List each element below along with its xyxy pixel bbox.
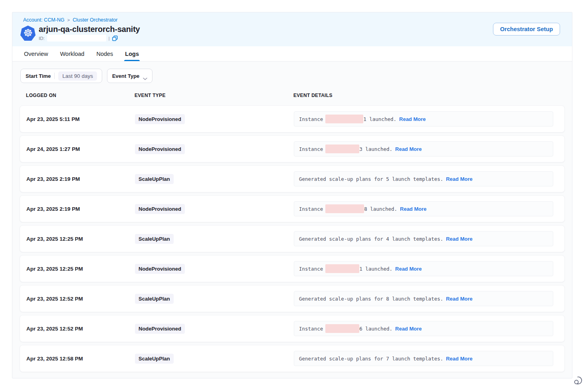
title-row: ☸ arjun-qa-clusterorch-sanity ID: | xyxy=(20,25,561,42)
read-more-link[interactable]: Read More xyxy=(395,326,422,332)
log-table-row: Apr 23, 2025 12:58 PM ScaleUpPlan Genera… xyxy=(20,345,565,372)
read-more-link[interactable]: Read More xyxy=(446,296,472,302)
log-table-row: Apr 23, 2025 12:25 PM NodeProvisioned In… xyxy=(20,255,565,282)
redaction-block xyxy=(325,204,364,213)
event-type-label: Event Type xyxy=(112,73,139,79)
event-detail-box: Instance 3 launched. Read More xyxy=(294,141,553,156)
event-detail-text: Generated scale-up plans for 5 launch te… xyxy=(299,176,443,182)
log-table-row: Apr 23, 2025 12:52 PM NodeProvisioned In… xyxy=(20,315,565,342)
event-detail-box: Generated scale-up plans for 4 launch te… xyxy=(294,231,553,246)
log-table-row: Apr 23, 2025 12:25 PM ScaleUpPlan Genera… xyxy=(20,225,565,252)
redaction-block xyxy=(325,324,359,333)
row-logged-on: Apr 23, 2025 5:11 PM xyxy=(26,116,80,122)
event-detail-text: Instance xyxy=(299,266,323,272)
event-detail-text: Instance xyxy=(299,146,323,152)
event-type-badge: ScaleUpPlan xyxy=(135,234,174,244)
breadcrumb-account-link[interactable]: Account: CCM-NG xyxy=(23,17,65,23)
read-more-link[interactable]: Read More xyxy=(400,206,426,212)
event-type-badge: ScaleUpPlan xyxy=(135,174,174,184)
redaction-block xyxy=(325,115,363,123)
log-table-row: Apr 23, 2025 5:11 PM NodeProvisioned Ins… xyxy=(20,105,565,133)
logs-content: Start Time Last 90 days Event Type LOGGE… xyxy=(12,61,572,372)
tabs: OverviewWorkloadNodesLogs xyxy=(12,46,572,61)
event-detail-text: Instance xyxy=(299,326,323,332)
log-table-body: Apr 23, 2025 5:11 PM NodeProvisioned Ins… xyxy=(20,105,565,372)
event-type-badge: ScaleUpPlan xyxy=(135,294,174,304)
read-more-link[interactable]: Read More xyxy=(446,356,472,362)
row-logged-on: Apr 23, 2025 12:52 PM xyxy=(26,326,83,332)
event-detail-suffix: 1 launched. xyxy=(359,266,392,272)
chat-bubble-icon[interactable] xyxy=(573,375,584,386)
event-detail-box: Generated scale-up plans for 5 launch te… xyxy=(294,171,553,186)
tab-workload[interactable]: Workload xyxy=(59,46,85,61)
event-detail-text: Instance xyxy=(299,116,323,122)
column-header-logged-on: LOGGED ON xyxy=(26,93,135,100)
event-type-badge: NodeProvisioned xyxy=(135,114,185,124)
event-detail-suffix: 6 launched. xyxy=(359,326,392,332)
read-more-link[interactable]: Read More xyxy=(395,146,422,152)
id-redacted-value xyxy=(47,35,106,42)
log-table-row: Apr 23, 2025 2:19 PM NodeProvisioned Ins… xyxy=(20,195,565,222)
start-time-label: Start Time xyxy=(26,73,51,79)
row-logged-on: Apr 24, 2025 1:27 PM xyxy=(26,146,80,152)
row-logged-on: Apr 23, 2025 12:25 PM xyxy=(26,236,83,242)
row-logged-on: Apr 23, 2025 12:52 PM xyxy=(26,296,83,302)
tab-logs[interactable]: Logs xyxy=(124,46,140,61)
redaction-block xyxy=(325,145,359,153)
cluster-orchestrator-panel: Account: CCM-NG > Cluster Orchestrator ☸… xyxy=(12,12,572,378)
page-title: arjun-qa-clusterorch-sanity xyxy=(39,25,140,34)
read-more-link[interactable]: Read More xyxy=(399,116,426,122)
start-time-value: Last 90 days xyxy=(58,71,97,81)
orchestrator-setup-button[interactable]: Orchestrator Setup xyxy=(493,23,560,36)
start-time-filter[interactable]: Start Time Last 90 days xyxy=(20,69,102,83)
id-separator: | xyxy=(109,36,110,41)
breadcrumb-section-link[interactable]: Cluster Orchestrator xyxy=(73,17,118,23)
event-detail-box: Instance 6 launched. Read More xyxy=(294,321,553,336)
event-detail-box: Instance 1 launched. Read More xyxy=(294,111,553,127)
chevron-down-icon xyxy=(143,75,147,77)
event-detail-box: Instance 1 launched. Read More xyxy=(294,261,553,276)
read-more-link[interactable]: Read More xyxy=(446,236,472,242)
log-table-row: Apr 23, 2025 2:19 PM ScaleUpPlan Generat… xyxy=(20,165,565,192)
row-logged-on: Apr 23, 2025 2:19 PM xyxy=(26,176,80,182)
log-table-row: Apr 24, 2025 1:27 PM NodeProvisioned Ins… xyxy=(20,135,565,162)
row-logged-on: Apr 23, 2025 12:25 PM xyxy=(26,266,83,272)
event-detail-text: Generated scale-up plans for 7 launch te… xyxy=(299,356,443,362)
event-type-filter[interactable]: Event Type xyxy=(107,69,152,83)
id-label: ID: xyxy=(39,36,45,41)
redaction-block xyxy=(325,264,359,273)
event-type-badge: NodeProvisioned xyxy=(135,264,185,274)
event-type-badge: NodeProvisioned xyxy=(135,324,185,334)
row-logged-on: Apr 23, 2025 2:19 PM xyxy=(26,206,80,212)
event-detail-box: Instance 8 launched. Read More xyxy=(294,201,553,216)
event-type-badge: ScaleUpPlan xyxy=(135,354,174,364)
event-detail-suffix: 8 launched. xyxy=(364,206,397,212)
event-type-badge: NodeProvisioned xyxy=(135,204,185,214)
log-table-header: LOGGED ON EVENT TYPE EVENT DETAILS xyxy=(20,93,565,100)
column-header-event-details: EVENT DETAILS xyxy=(293,93,558,100)
event-detail-text: Generated scale-up plans for 8 launch te… xyxy=(299,296,443,302)
read-more-link[interactable]: Read More xyxy=(395,266,422,272)
page-header: Account: CCM-NG > Cluster Orchestrator ☸… xyxy=(12,12,572,46)
column-header-event-type: EVENT TYPE xyxy=(135,93,293,100)
tab-nodes[interactable]: Nodes xyxy=(95,46,114,61)
tab-overview[interactable]: Overview xyxy=(23,46,49,61)
filter-divider xyxy=(54,73,55,79)
breadcrumb-separator-icon: > xyxy=(67,18,70,22)
kubernetes-icon: ☸ xyxy=(20,26,36,41)
copy-icon[interactable] xyxy=(112,36,118,41)
event-detail-box: Generated scale-up plans for 8 launch te… xyxy=(294,291,553,306)
breadcrumb: Account: CCM-NG > Cluster Orchestrator xyxy=(23,17,561,23)
row-logged-on: Apr 23, 2025 12:58 PM xyxy=(26,356,83,362)
event-detail-text: Generated scale-up plans for 4 launch te… xyxy=(299,236,443,242)
log-table-row: Apr 23, 2025 12:52 PM ScaleUpPlan Genera… xyxy=(20,285,565,312)
event-detail-box: Generated scale-up plans for 7 launch te… xyxy=(294,351,553,366)
read-more-link[interactable]: Read More xyxy=(446,176,472,182)
event-type-badge: NodeProvisioned xyxy=(135,144,185,154)
event-detail-text: Instance xyxy=(299,206,323,212)
event-detail-suffix: 3 launched. xyxy=(359,146,392,152)
filter-row: Start Time Last 90 days Event Type xyxy=(20,69,565,83)
event-detail-suffix: 1 launched. xyxy=(363,116,396,122)
